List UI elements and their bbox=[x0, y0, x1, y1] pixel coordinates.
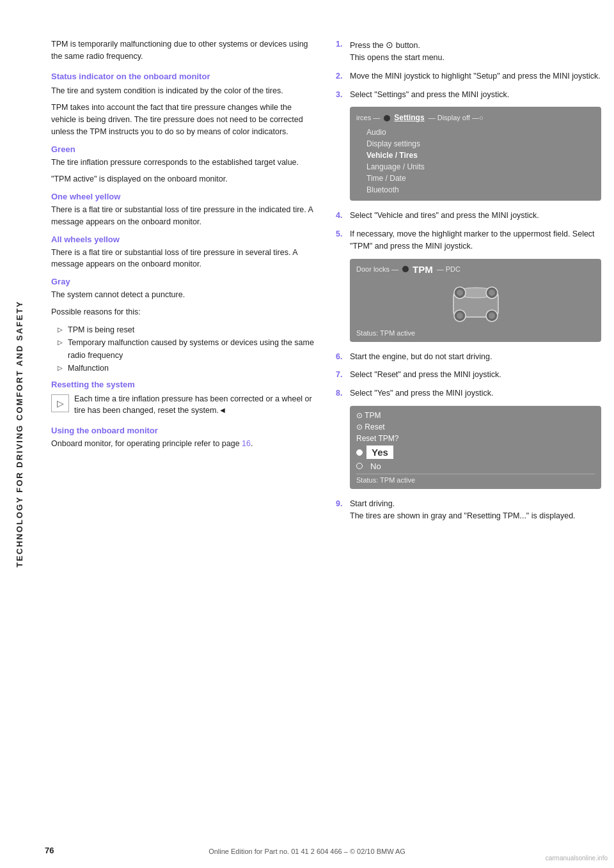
tpm-prefix: Door locks — bbox=[356, 265, 398, 273]
tpm-suffix: — PDC bbox=[437, 265, 460, 273]
one-wheel-heading: One wheel yellow bbox=[51, 192, 317, 201]
status-indicator-heading: Status indicator on the onboard monitor bbox=[51, 72, 317, 81]
tpm-screen: Door locks — TPM — PDC bbox=[350, 259, 601, 342]
step-num-7: 7. bbox=[336, 369, 346, 381]
page-footer: Online Edition for Part no. 01 41 2 604 … bbox=[0, 848, 614, 855]
reset-yes-text: Yes bbox=[366, 446, 393, 459]
status-para1: The tire and system condition is indicat… bbox=[51, 85, 317, 97]
screen-menu: Audio Display settings Vehicle / Tires L… bbox=[356, 127, 595, 196]
green-para2: "TPM active" is displayed on the onboard… bbox=[51, 173, 317, 185]
sidebar-text: TECHNOLOGY FOR DRIVING COMFORT AND SAFET… bbox=[15, 300, 24, 568]
radio-yes bbox=[356, 449, 363, 456]
gray-heading: Gray bbox=[51, 277, 317, 286]
menu-dot bbox=[384, 115, 390, 121]
step-num-4: 4. bbox=[336, 210, 346, 222]
step-text-9: Start driving.The tires are shown in gra… bbox=[350, 498, 576, 522]
step-9: 9. Start driving.The tires are shown in … bbox=[336, 498, 601, 522]
steps-list: 1. Press the ⊙ button.This opens the sta… bbox=[336, 38, 601, 100]
bullet-item: Temporary malfunction caused by systems … bbox=[58, 336, 317, 362]
steps-list-2: 4. Select "Vehicle and tires" and press … bbox=[336, 210, 601, 252]
tpm-main-label: TPM bbox=[413, 264, 433, 275]
steps-list-4: 9. Start driving.The tires are shown in … bbox=[336, 498, 601, 522]
left-column: TPM is temporarily malfunctioning due to… bbox=[51, 38, 317, 528]
using-text: Onboard monitor, for operating principle… bbox=[51, 439, 240, 448]
reset-yes-row: Yes bbox=[356, 446, 595, 460]
reset-tpm-label: ⊙ TPM bbox=[356, 411, 595, 420]
step-text-6: Start the engine, but do not start drivi… bbox=[350, 351, 492, 363]
reset-no-text: No bbox=[370, 461, 381, 471]
reset-reset-label: ⊙ Reset bbox=[356, 422, 595, 431]
screen-prefix: irces — bbox=[356, 112, 380, 124]
resetting-box: Each time a tire inflation pressure has … bbox=[51, 393, 317, 417]
resetting-heading: Resetting the system bbox=[51, 380, 317, 389]
triangle-icon bbox=[51, 394, 69, 412]
step-text-2: Move the MINI joystick to highlight "Set… bbox=[350, 70, 601, 82]
one-wheel-para1: There is a flat tire or substantial loss… bbox=[51, 204, 317, 228]
step-8: 8. Select "Yes" and press the MINI joyst… bbox=[336, 387, 601, 399]
step-4: 4. Select "Vehicle and tires" and press … bbox=[336, 210, 601, 222]
gray-bullets: TPM is being reset Temporary malfunction… bbox=[58, 323, 317, 375]
menu-language: Language / Units bbox=[356, 161, 595, 173]
settings-screen: irces — Settings — Display off —○ Audio … bbox=[350, 107, 601, 201]
step-text-3: Select "Settings" and press the MINI joy… bbox=[350, 89, 509, 101]
status-para2: TPM takes into account the fact that tir… bbox=[51, 102, 317, 137]
brand-watermark: carmanualsonline.info bbox=[546, 855, 608, 862]
radio-no bbox=[356, 463, 363, 469]
page-link[interactable]: 16 bbox=[242, 439, 251, 448]
step-1: 1. Press the ⊙ button.This opens the sta… bbox=[336, 38, 601, 64]
step-text-7: Select "Reset" and press the MINI joysti… bbox=[350, 369, 501, 381]
tpm-status-text: Status: TPM active bbox=[356, 329, 595, 337]
step-num-1: 1. bbox=[336, 38, 346, 64]
settings-label: Settings bbox=[394, 112, 424, 124]
gray-para2: Possible reasons for this: bbox=[51, 306, 317, 318]
all-wheels-para1: There is a flat tire or substantial loss… bbox=[51, 247, 317, 271]
svg-point-3 bbox=[457, 313, 463, 319]
screen-suffix: — Display off —○ bbox=[429, 112, 484, 124]
green-para1: The tire inflation pressure corresponds … bbox=[51, 157, 317, 169]
using-heading: Using the onboard monitor bbox=[51, 426, 317, 435]
step-2: 2. Move the MINI joystick to highlight "… bbox=[336, 70, 601, 82]
step-num-8: 8. bbox=[336, 387, 346, 399]
step-text-5: If necessary, move the highlight marker … bbox=[350, 228, 601, 252]
svg-point-9 bbox=[489, 290, 495, 296]
reset-status: Status: TPM active bbox=[356, 474, 595, 484]
svg-point-5 bbox=[489, 313, 495, 319]
using-para: Onboard monitor, for operating principle… bbox=[51, 438, 317, 450]
menu-time: Time / Date bbox=[356, 173, 595, 184]
right-column: 1. Press the ⊙ button.This opens the sta… bbox=[336, 38, 601, 528]
green-heading: Green bbox=[51, 144, 317, 154]
step-text-1: Press the ⊙ button.This opens the start … bbox=[350, 38, 445, 64]
step-text-4: Select "Vehicle and tires" and press the… bbox=[350, 210, 539, 222]
bullet-item: Malfunction bbox=[58, 362, 317, 375]
screen-top-bar: irces — Settings — Display off —○ bbox=[356, 112, 595, 124]
step-num-2: 2. bbox=[336, 70, 346, 82]
step-3: 3. Select "Settings" and press the MINI … bbox=[336, 89, 601, 101]
menu-audio: Audio bbox=[356, 127, 595, 138]
gray-para1: The system cannot detect a puncture. bbox=[51, 289, 317, 301]
menu-display: Display settings bbox=[356, 138, 595, 150]
menu-bluetooth: Bluetooth bbox=[356, 184, 595, 196]
all-wheels-heading: All wheels yellow bbox=[51, 235, 317, 244]
intro-paragraph: TPM is temporarily malfunctioning due to… bbox=[51, 38, 317, 63]
step-7: 7. Select "Reset" and press the MINI joy… bbox=[336, 369, 601, 381]
bullet-item: TPM is being reset bbox=[58, 323, 317, 336]
step-text-8: Select "Yes" and press the MINI joystick… bbox=[350, 387, 493, 399]
car-diagram bbox=[356, 279, 595, 327]
reset-screen: ⊙ TPM ⊙ Reset Reset TPM? Yes No Status: … bbox=[350, 406, 601, 489]
sidebar: TECHNOLOGY FOR DRIVING COMFORT AND SAFET… bbox=[0, 0, 38, 868]
menu-vehicle: Vehicle / Tires bbox=[356, 150, 595, 161]
reset-question: Reset TPM? bbox=[356, 434, 595, 443]
step-num-9: 9. bbox=[336, 498, 346, 522]
reset-no-row: No bbox=[356, 461, 595, 471]
tpm-dot bbox=[402, 266, 409, 272]
steps-list-3: 6. Start the engine, but do not start dr… bbox=[336, 351, 601, 399]
step-num-3: 3. bbox=[336, 89, 346, 101]
step-5: 5. If necessary, move the highlight mark… bbox=[336, 228, 601, 252]
tpm-top-bar: Door locks — TPM — PDC bbox=[356, 264, 595, 275]
car-svg bbox=[434, 279, 517, 327]
step-num-5: 5. bbox=[336, 228, 346, 252]
step-num-6: 6. bbox=[336, 351, 346, 363]
period: . bbox=[251, 439, 253, 448]
resetting-para: Each time a tire inflation pressure has … bbox=[74, 393, 317, 417]
svg-point-7 bbox=[457, 290, 463, 296]
